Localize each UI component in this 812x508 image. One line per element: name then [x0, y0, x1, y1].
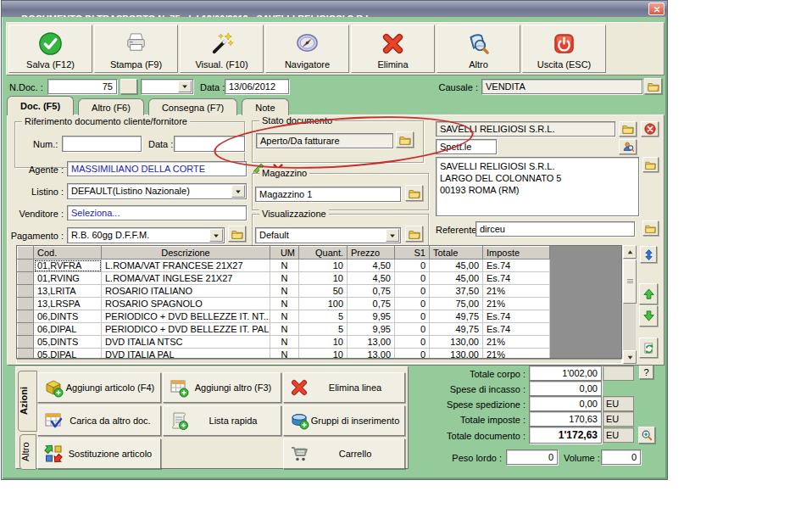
items-grid[interactable]: Cod.DescrizioneUMQuant.PrezzoS1TotaleImp… [16, 245, 622, 359]
cliente-clear-button[interactable] [641, 121, 659, 137]
gruppi-di-inserimento-button[interactable]: Gruppi di inserimento [283, 405, 405, 436]
cell-imposte[interactable]: 21% [483, 349, 550, 360]
grid-column-header[interactable]: UM [270, 247, 299, 260]
ndoc-extra-button[interactable] [120, 79, 137, 94]
cell-quant[interactable]: 10 [299, 260, 348, 272]
cell-imposte[interactable]: Es.74 [483, 323, 550, 336]
cell-prezzo[interactable]: 9,95 [348, 310, 395, 323]
scrollbar-thumb[interactable] [623, 260, 637, 304]
row-selector-cell[interactable] [18, 285, 34, 298]
cell-cod[interactable]: 13,LRSPA [34, 298, 102, 310]
actions-tab-altro[interactable]: Altro [19, 434, 36, 470]
cell-prezzo[interactable]: 13,00 [348, 336, 395, 349]
pagamento-lookup-button[interactable] [228, 226, 246, 242]
cliente-lookup-button[interactable] [619, 121, 637, 137]
totale-documento-field[interactable]: 1'172,63 [529, 427, 602, 444]
cell-imposte[interactable]: Es.74 [483, 310, 550, 323]
cell-quant[interactable]: 5 [299, 323, 348, 336]
cell-quant[interactable]: 10 [299, 272, 348, 285]
cell-um[interactable]: N [270, 298, 299, 310]
spese-incasso-field[interactable]: 0,00 [529, 381, 602, 396]
cell-um[interactable]: N [270, 260, 299, 272]
tab-note[interactable]: Note [242, 98, 288, 115]
cell-imposte[interactable]: 21% [483, 285, 550, 298]
carica-da-altro-doc-button[interactable]: Carica da altro doc. [37, 405, 161, 436]
venditore-field[interactable]: Seleziona... [67, 205, 247, 221]
cell-um[interactable]: N [270, 349, 299, 360]
actions-tab-azioni[interactable]: Azioni [18, 371, 37, 432]
cell-um[interactable]: N [270, 310, 299, 323]
cell-imposte[interactable]: Es.74 [483, 272, 550, 285]
row-selector-cell[interactable] [18, 310, 34, 323]
cell-cod[interactable]: 06,DINTS [34, 310, 102, 323]
cell-quant[interactable]: 100 [299, 298, 348, 310]
cell-s1[interactable]: 0 [395, 349, 430, 360]
totale-imposte-field[interactable]: 170,63 [529, 411, 602, 427]
cell-descrizione[interactable]: ROSARIO ITALIANO [102, 285, 270, 298]
row-selector-cell[interactable] [18, 298, 34, 310]
spese-spedizione-field[interactable]: 0,00 [529, 396, 602, 411]
refresh-grid-button[interactable] [639, 338, 658, 358]
cell-cod[interactable]: 05,DIPAL [34, 349, 102, 360]
pagamento-dropdown[interactable]: R.B. 60gg D.F.F.M. [67, 227, 225, 243]
row-selector-cell[interactable] [18, 336, 34, 349]
peso-lordo-field[interactable]: 0 [506, 449, 558, 465]
cell-cod[interactable]: 01,RVING [34, 272, 102, 285]
grid-column-header[interactable]: Descrizione [102, 247, 270, 260]
scroll-down-button[interactable] [623, 350, 637, 364]
grid-horizontal-scrollbar[interactable] [16, 359, 622, 364]
cell-quant[interactable]: 50 [299, 285, 348, 298]
cell-prezzo[interactable]: 13,00 [348, 349, 395, 360]
row-selector-cell[interactable] [18, 323, 34, 336]
volume-field[interactable]: 0 [601, 449, 641, 465]
magazzino-field[interactable]: Magazzino 1 [255, 187, 401, 202]
cell-um[interactable]: N [270, 336, 299, 349]
cell-totale[interactable]: 45,00 [430, 260, 483, 272]
address-lookup-button[interactable] [642, 157, 659, 172]
cell-descrizione[interactable]: ROSARIO SPAGNOLO [102, 298, 270, 310]
cell-quant[interactable]: 10 [299, 349, 348, 360]
cell-s1[interactable]: 0 [395, 336, 430, 349]
grid-row[interactable]: 06,DINTS PERIODICO + DVD BELLEZZE IT. NT… [18, 310, 622, 323]
cell-s1[interactable]: 0 [395, 285, 430, 298]
cell-quant[interactable]: 10 [299, 336, 348, 349]
navigatore-button[interactable]: Navigatore [265, 25, 349, 73]
stampa-button[interactable]: Stampa (F9) [94, 25, 178, 73]
cell-prezzo[interactable]: 0,75 [348, 285, 395, 298]
close-button[interactable] [648, 3, 665, 15]
dropdown-button[interactable] [231, 185, 245, 198]
grid-row[interactable]: 05,DIPAL DVD ITALIA PAL N 10 13,00 0 130… [18, 349, 622, 360]
cell-prezzo[interactable]: 9,95 [348, 323, 395, 336]
contact-search-button[interactable] [619, 139, 637, 154]
cell-totale[interactable]: 49,75 [430, 310, 483, 323]
cell-descrizione[interactable]: PERIODICO + DVD BELLEZZE IT. NT... [102, 310, 270, 323]
grid-vertical-scrollbar[interactable] [622, 245, 636, 364]
lista-rapida-button[interactable]: Lista rapida [163, 405, 281, 436]
cell-s1[interactable]: 0 [395, 298, 430, 310]
causale-field[interactable]: VENDITA [481, 79, 642, 94]
move-row-up-button[interactable] [639, 283, 658, 304]
row-selector-cell[interactable] [18, 272, 34, 285]
cell-totale[interactable]: 130,00 [430, 336, 483, 349]
elimina-linea-button[interactable]: Elimina linea [283, 372, 405, 403]
magazzino-lookup-button[interactable] [405, 185, 423, 201]
visual-button[interactable]: Visual. (F10) [180, 25, 264, 73]
grid-column-header[interactable]: Quant. [299, 247, 348, 260]
visualizzazione-lookup-button[interactable] [405, 226, 423, 242]
visualizzazione-dropdown[interactable]: Default [255, 227, 401, 243]
grid-row[interactable]: 13,LRITA ROSARIO ITALIANO N 50 0,75 0 37… [18, 285, 622, 298]
uscita-button[interactable]: Uscita (ESC) [522, 25, 606, 73]
cell-descrizione[interactable]: PERIODICO + DVD BELLEZZE IT. PAL [102, 323, 270, 336]
cell-totale[interactable]: 75,00 [430, 298, 483, 310]
cell-s1[interactable]: 0 [395, 260, 430, 272]
cell-quant[interactable]: 5 [299, 310, 348, 323]
elimina-button[interactable]: Elimina [351, 25, 435, 73]
move-row-down-button[interactable] [639, 305, 658, 327]
tab-altro[interactable]: Altro (F6) [78, 98, 144, 115]
agente-field[interactable]: MASSIMILIANO DELLA CORTE [67, 161, 247, 176]
referente-field[interactable]: dirceu [476, 221, 635, 237]
dropdown-button[interactable] [178, 81, 192, 92]
dropdown-button[interactable] [209, 229, 223, 242]
totals-detail-button[interactable] [638, 427, 655, 444]
cell-totale[interactable]: 49,75 [430, 323, 483, 336]
